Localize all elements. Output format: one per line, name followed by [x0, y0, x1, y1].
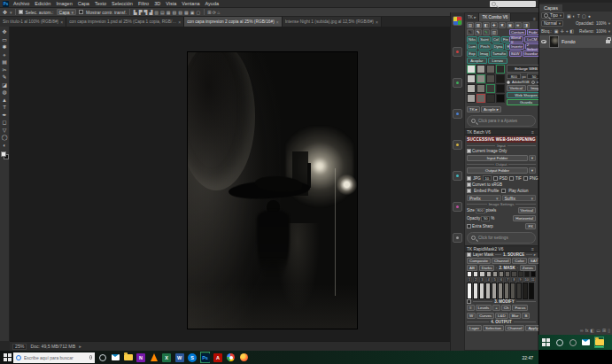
fx-button[interactable]: FX [525, 223, 536, 229]
menu-item[interactable]: Selección [112, 1, 133, 6]
close-icon[interactable]: × [276, 19, 279, 25]
modify-button[interactable]: W [467, 313, 476, 319]
taskbar-icon-explorer[interactable] [123, 352, 133, 363]
menu-item[interactable]: Filtro [138, 1, 149, 6]
jpg-quality-field[interactable]: 10 [483, 175, 492, 181]
clone-stamp-tool[interactable]: ▲ [2, 97, 7, 105]
fill-value[interactable]: 100% [596, 29, 607, 34]
mask-thumbnail[interactable] [476, 84, 485, 93]
batch-settings-searchbox[interactable]: Click for settings [467, 232, 536, 244]
menu-item[interactable]: 3D [154, 1, 160, 6]
align-icon[interactable]: ▙ [134, 10, 137, 15]
lock-option-icon[interactable]: ✛ [560, 28, 563, 34]
tk-combo-icon[interactable]: ◧ [483, 22, 490, 28]
tk-palette-icon[interactable] [453, 16, 462, 26]
modify-button[interactable]: + [492, 305, 500, 311]
taskbar-icon-cortana[interactable] [97, 352, 107, 363]
document-tab-active[interactable]: con capa impresion 2 copia al 25% (RGB/1… [184, 17, 283, 27]
panel-menu-icon[interactable]: ≡ [531, 246, 536, 252]
output-button[interactable]: Selection [483, 325, 504, 331]
filter-type-icon[interactable]: ▣ [567, 13, 571, 19]
tk-combo-icon[interactable]: ▣ [507, 22, 514, 28]
output-folder-dropdown[interactable]: ▾ [529, 167, 536, 174]
tk-combo-button[interactable]: B&W [509, 50, 522, 57]
align-icon[interactable]: ▟ [149, 10, 152, 15]
mask-thumbnail[interactable] [496, 74, 505, 83]
start-button[interactable] [4, 353, 7, 357]
modify-button[interactable]: B [522, 313, 530, 319]
taskbar-icon-acrobat[interactable]: A [213, 352, 223, 363]
zone-key[interactable] [516, 283, 522, 299]
embed-profile-checkbox[interactable] [467, 189, 471, 193]
align-icon[interactable]: ▧ [172, 10, 176, 15]
tk-combo-icon[interactable]: ≣ [515, 22, 522, 28]
modify-button[interactable]: Levels [476, 305, 492, 311]
status-arrow-icon[interactable]: ▸ [79, 344, 81, 349]
align-icon[interactable]: ▩ [184, 10, 189, 15]
tk-combo-icon[interactable]: ◨ [523, 22, 530, 28]
vertical-button[interactable]: Vertical [507, 85, 526, 91]
modify-button[interactable]: Ch [501, 305, 512, 311]
tab-tk-combo[interactable]: TK Combo V6 [479, 13, 511, 21]
tk-module-red-icon[interactable] [453, 47, 462, 57]
layers-footer-icon[interactable]: ⊞ [602, 328, 606, 333]
play-action-checkbox[interactable] [501, 189, 506, 193]
layer-row-background[interactable]: Fondo [539, 35, 612, 48]
modify-button[interactable]: ≡ [467, 305, 475, 311]
layers-footer-icon[interactable]: fx [585, 328, 589, 333]
hand-tool[interactable]: ▽ [3, 127, 7, 135]
menu-item[interactable]: Ayuda [205, 1, 220, 6]
type-tool[interactable]: T [3, 104, 6, 112]
tk-action-button[interactable]: Tamaño [491, 50, 507, 57]
dodge-burn-tool[interactable]: ◐ [3, 142, 6, 150]
paint-black-icon[interactable]: ✎ [467, 29, 474, 35]
brush-tool[interactable]: ◍ [2, 89, 6, 97]
tab-layers[interactable]: Capas [539, 4, 562, 12]
tab-tk-basic[interactable]: TK ▸ [465, 13, 479, 21]
output-button[interactable]: Channel [505, 325, 524, 331]
convert-srgb-checkbox[interactable] [467, 182, 471, 187]
zone-key[interactable] [473, 283, 478, 299]
tk-rapidmask-header[interactable]: TK RapidMask2 V6 ≡ [465, 245, 538, 252]
ab-toggle-button[interactable]: AB [467, 265, 477, 271]
tk-module-blue-icon[interactable] [453, 109, 462, 119]
close-icon[interactable]: × [60, 19, 63, 25]
zone-key[interactable] [498, 283, 503, 299]
taskbar-icon-mail[interactable] [111, 352, 120, 363]
tk-batch-header[interactable]: TK Batch V6 ≡ [465, 128, 538, 136]
paint-white-icon[interactable]: ✎ [475, 29, 482, 35]
document-tab[interactable]: Intense Night 1 (subida).jpg al 12,5% (R… [283, 17, 382, 27]
taskbar2-icon-taskview[interactable] [568, 337, 577, 348]
workspace-search[interactable] [490, 1, 536, 7]
source-button[interactable]: Composite [467, 258, 491, 264]
menu-item[interactable]: Vista [166, 1, 176, 6]
darks-button[interactable]: Darks [479, 265, 494, 271]
zone-key[interactable] [529, 283, 534, 299]
mask-thumbnail[interactable] [467, 65, 476, 74]
mask-thumbnail[interactable] [496, 94, 505, 103]
close-icon[interactable]: × [178, 19, 181, 25]
canvas-area[interactable] [10, 27, 450, 341]
menu-item[interactable]: Texto [95, 1, 106, 6]
suffix-select[interactable]: Suffix▾ [502, 195, 537, 201]
tif-checkbox[interactable] [509, 176, 514, 181]
opacity-field[interactable]: 50 [481, 216, 490, 221]
tk-combo-button[interactable]: Invertir [509, 43, 524, 50]
mask-thumbnail[interactable] [486, 74, 495, 83]
taskbar2-icon-mail[interactable] [581, 337, 591, 348]
shape-tool[interactable]: ◻ [3, 119, 7, 127]
tk-combo-button[interactable]: Guardar [523, 50, 539, 57]
tk-action-button[interactable]: Lienzo [488, 58, 508, 64]
filter-type-icon[interactable]: T [577, 13, 580, 19]
modify-button[interactable]: Blur [509, 313, 522, 319]
layers-footer-icon[interactable]: ▭ [596, 328, 600, 333]
tk-combo-button[interactable]: Blend If [509, 36, 523, 43]
tk-action-button[interactable]: Niks [467, 36, 477, 43]
tk-combo-icon[interactable]: ✖ [499, 22, 506, 28]
modify-button[interactable]: Curves [476, 313, 494, 319]
size-field[interactable]: 800 [476, 208, 485, 213]
menu-item[interactable]: Imagen [56, 1, 72, 6]
mask-thumbnail[interactable] [476, 94, 485, 103]
current-image-only-checkbox[interactable] [467, 149, 471, 153]
srgb-radio[interactable] [531, 81, 535, 84]
